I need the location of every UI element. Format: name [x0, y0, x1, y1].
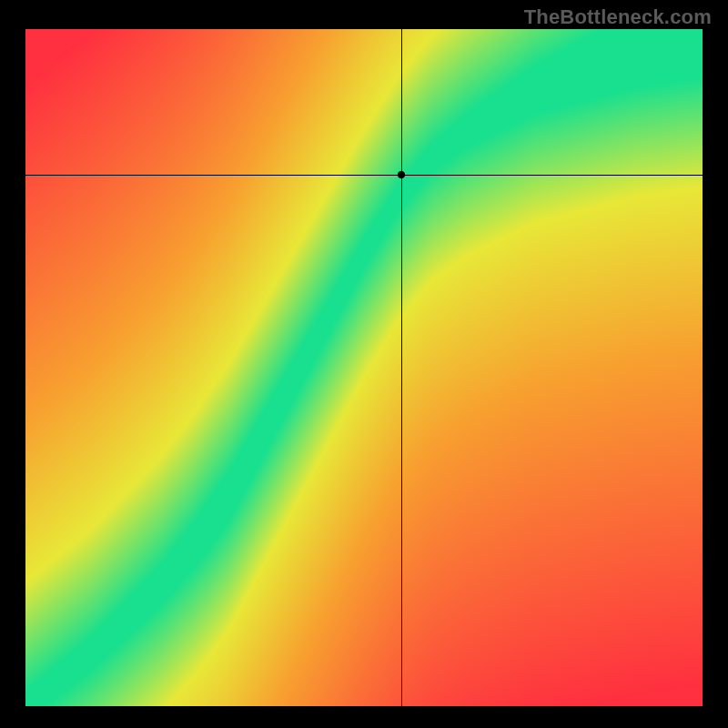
- crosshair-horizontal: [25, 175, 703, 176]
- heatmap-canvas: [25, 29, 703, 706]
- heatmap-plot: [25, 29, 703, 706]
- crosshair-marker: [398, 171, 405, 178]
- crosshair-vertical: [401, 29, 402, 706]
- attribution-label: TheBottleneck.com: [524, 5, 712, 29]
